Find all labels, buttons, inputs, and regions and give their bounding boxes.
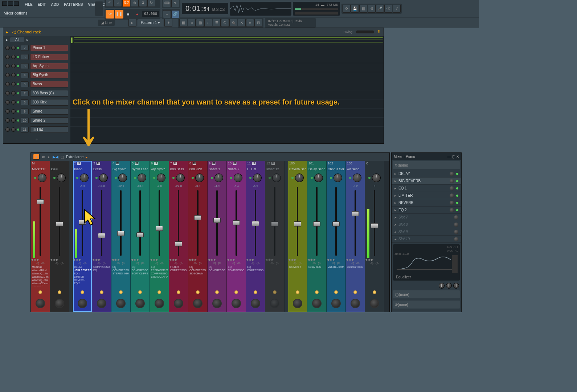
track-mute-led[interactable] [134, 177, 136, 179]
tempo-tap-button[interactable]: ⏱ [221, 19, 229, 27]
track-fader-handle[interactable] [313, 221, 320, 226]
menu-patterns[interactable]: PATTERNS [62, 1, 85, 8]
settings-icon[interactable]: ⚙ [368, 5, 376, 13]
track-mute-led[interactable] [115, 177, 117, 179]
track-header[interactable]: 101 Delay Send [307, 161, 326, 172]
close-button[interactable] [14, 1, 19, 6]
track-pan-knob[interactable] [234, 173, 242, 182]
track-send-knob[interactable] [351, 299, 360, 308]
track-header[interactable]: 7 🎹 808 Bass [169, 161, 188, 172]
channel-route-box[interactable]: 4 [21, 72, 29, 78]
playlist-button[interactable]: ▦ [179, 19, 187, 27]
track-stereo-controls[interactable]: ◀◉▶ [246, 258, 265, 261]
track-send-knob[interactable] [331, 299, 341, 308]
track-enable-bulb[interactable] [196, 290, 200, 294]
channel-vol-knob[interactable] [11, 46, 16, 50]
track-enable-bulb[interactable] [119, 290, 123, 294]
mixer-track-snare-1[interactable]: 9 🎹 Snare 1 -4.9 ◀◉▶ ◁)(▷ EQCOMPRESSOR [208, 161, 227, 312]
tempo-display[interactable]: 92.000 [142, 11, 159, 17]
track-mute-led[interactable] [211, 177, 213, 179]
sequencer-lane[interactable] [70, 109, 384, 118]
track-enable-bulb[interactable] [38, 290, 42, 294]
menu-add[interactable]: ADD [49, 1, 61, 8]
fx-slot-mix-knob[interactable] [450, 208, 454, 212]
track-fader-handle[interactable] [98, 233, 105, 238]
channel-pan-knob[interactable] [5, 100, 10, 105]
track-send-knob[interactable] [78, 299, 87, 308]
track-fader-handle[interactable] [136, 232, 144, 237]
channel-route-box[interactable]: 2 [21, 45, 29, 51]
project-info[interactable]: 07/12 HARMOR | Tevlo Vocals Contest [265, 18, 316, 28]
channel-rack-button[interactable]: ▤ [196, 19, 204, 27]
track-mute-led[interactable] [76, 177, 78, 179]
channel-button[interactable]: Big Synth [30, 72, 68, 78]
track-mute-led[interactable] [249, 177, 251, 179]
step-edit-icon[interactable]: ✎ [171, 0, 179, 7]
track-pan-knob[interactable] [138, 173, 146, 182]
stop-button[interactable]: ■ [124, 10, 132, 19]
track-pan-knob[interactable] [272, 173, 281, 182]
track-fader-handle[interactable] [294, 221, 301, 226]
fx-slot-enable-led[interactable] [456, 173, 458, 175]
mixer-track-chorus-send[interactable]: 102 Chorus Send ◀◉▶ ◁)(▷ ValhallaUberMod [327, 161, 346, 312]
track-enable-bulb[interactable] [353, 290, 357, 294]
loop-icon[interactable]: ↻ [147, 0, 155, 7]
fx-slot-enable-led[interactable] [456, 209, 458, 211]
channel-mute-led[interactable] [17, 56, 19, 58]
pattern-add-icon[interactable]: + [164, 19, 172, 27]
mixer-track-c[interactable]: C 0 ◀◉▶ ◁)(▷ [365, 161, 384, 312]
channel-pan-knob[interactable] [5, 46, 10, 50]
loop-mode-button[interactable]: ⟳ [106, 10, 114, 19]
expand-icon[interactable]: ▸ [6, 38, 8, 42]
fx-slot[interactable]: ▸ Slot 9 [392, 228, 461, 236]
sequencer-lane[interactable] [70, 72, 384, 81]
track-header[interactable]: OFF [50, 161, 69, 172]
track-enable-bulb[interactable] [273, 290, 277, 294]
mixer-track-reverb-send[interactable]: 100 Reverb Send ◀◉▶ ◁)(▷ Reeverb 2 [288, 161, 307, 312]
track-mute-led[interactable] [291, 177, 294, 179]
piano-roll-button[interactable]: ♫ [188, 19, 196, 27]
record-button[interactable]: ● [133, 10, 142, 19]
mixer-track-808-kick[interactable]: 8 🎹 808 Kick -3.0 ◀◉▶ ◁)(▷ EQCOMPRESSORS… [188, 161, 208, 312]
wait-icon[interactable]: ⊕ [131, 0, 139, 7]
track-pan-knob[interactable] [80, 173, 89, 182]
channel-vol-knob[interactable] [11, 64, 16, 68]
channel-rack-menu-icon[interactable]: ▸ [6, 30, 8, 34]
channel-route-box[interactable]: 3 [21, 81, 29, 87]
mixer-track-insert-12[interactable]: 12 🎹 Insert 12 ◀◉▶ ◁)(▷ [265, 161, 285, 312]
track-enable-bulb[interactable] [334, 290, 338, 294]
metronome-icon[interactable]: ♪ [114, 0, 122, 7]
waveform-preview[interactable] [230, 2, 291, 16]
channel-pan-knob[interactable] [5, 91, 10, 95]
track-header[interactable]: 103 Air Send [346, 161, 365, 172]
fx-slot[interactable]: ▸ LIMITER [392, 192, 461, 199]
channel-route-box[interactable]: 11 [21, 127, 29, 132]
track-pan-knob[interactable] [176, 173, 185, 182]
channel-mute-led[interactable] [17, 83, 19, 85]
channel-vol-knob[interactable] [11, 82, 16, 86]
channel-vol-knob[interactable] [11, 91, 16, 95]
track-header[interactable]: 5 🎹 Synth Lead [131, 161, 150, 172]
channel-button[interactable]: Hi Hat [30, 126, 68, 133]
track-stereo-controls[interactable]: ◀◉▶ [227, 258, 246, 261]
track-stereo-controls[interactable]: ◀◉▶ [131, 258, 150, 261]
help-icon[interactable]: ? [393, 5, 401, 13]
step-sequencer[interactable] [70, 36, 384, 143]
track-header[interactable]: 3 🎹 Brass [92, 161, 111, 172]
track-enable-bulb[interactable] [373, 290, 376, 294]
track-pan-knob[interactable] [118, 173, 127, 182]
eq-knob-high[interactable] [453, 283, 459, 289]
track-mute-led[interactable] [153, 177, 155, 179]
track-mute-led[interactable] [230, 177, 232, 179]
track-stereo-controls[interactable]: ◀◉▶ [346, 258, 365, 261]
undo-icon[interactable]: ↶ [106, 0, 114, 7]
mixer-track-delay-send[interactable]: 101 Delay Send ◀◉▶ ◁)(▷ Delay bank [307, 161, 327, 312]
track-mute-led[interactable] [34, 177, 36, 179]
sequencer-lane[interactable] [70, 118, 384, 127]
channel-mute-led[interactable] [17, 110, 19, 113]
track-send-knob[interactable] [270, 299, 279, 308]
track-header[interactable]: 8 🎹 808 Kick [188, 161, 207, 172]
view-button[interactable]: ⊡ [254, 19, 262, 27]
fx-minimize-icon[interactable]: — [447, 155, 451, 159]
track-pan-knob[interactable] [314, 173, 323, 182]
